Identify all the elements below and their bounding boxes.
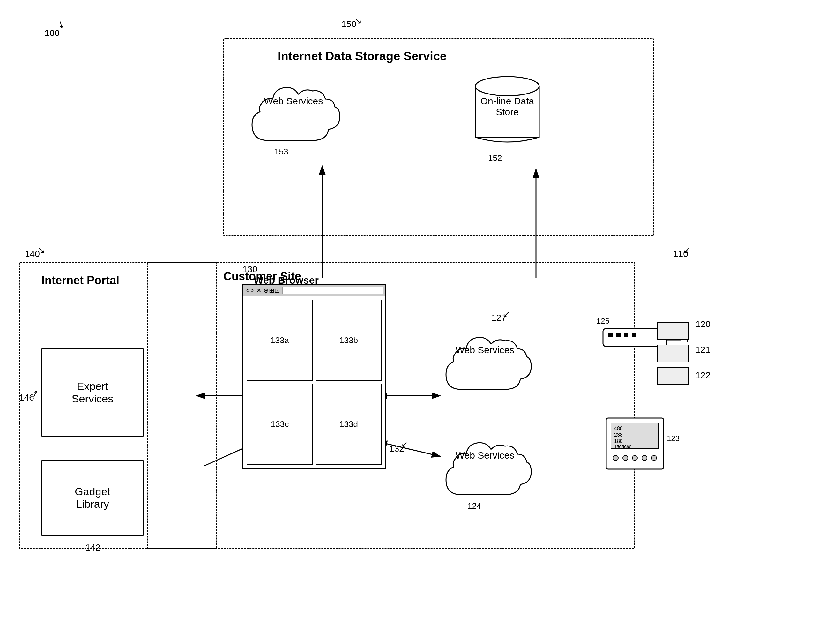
svg-point-29 xyxy=(632,456,638,460)
svg-point-31 xyxy=(651,456,657,460)
web-services-153-label: Web Services xyxy=(264,96,323,106)
gadget-library-label: GadgetLibrary xyxy=(75,485,110,510)
browser-content: 133a 133b 133c 133d xyxy=(243,296,385,468)
label-152: 152 xyxy=(488,153,502,163)
gadget-133c: 133c xyxy=(247,384,313,465)
label-153: 153 xyxy=(274,147,288,156)
web-browser-label: Web Browser xyxy=(254,274,319,286)
diagram: 100 ↘ 150 ↘ Internet Data Storage Servic… xyxy=(0,0,840,622)
svg-rect-14 xyxy=(616,334,621,337)
label-120: 120 xyxy=(695,319,711,329)
svg-text:480: 480 xyxy=(614,426,623,431)
label-122: 122 xyxy=(695,370,711,380)
label-130: 130 xyxy=(242,264,257,274)
web-services-127-cloud: Web Services xyxy=(437,322,533,407)
expert-services-label: ExpertServices xyxy=(72,380,113,405)
label-124: 124 xyxy=(467,501,481,511)
meter-123: 480 238 180 1505660 123 xyxy=(603,415,683,480)
svg-rect-16 xyxy=(632,334,636,337)
online-data-store: On-line Data Store 152 xyxy=(463,70,552,154)
internet-data-storage-title: Internet Data Storage Service xyxy=(278,49,447,63)
web-browser: < > ✕ ⊕⊞⊡ 133a 133b 133c 133d xyxy=(242,284,386,469)
svg-text:1505660: 1505660 xyxy=(614,444,632,449)
gadget-133a: 133a xyxy=(247,300,313,381)
customer-site-box xyxy=(147,262,635,549)
label-121: 121 xyxy=(695,345,711,355)
gadget-library-box: GadgetLibrary xyxy=(41,460,143,536)
browser-toolbar: < > ✕ ⊕⊞⊡ xyxy=(243,285,385,296)
web-services-124-label: Web Services xyxy=(456,450,514,460)
label-142: 142 xyxy=(85,543,100,553)
svg-rect-15 xyxy=(624,334,628,337)
gadget-133d: 133d xyxy=(315,384,382,465)
svg-text:238: 238 xyxy=(614,432,623,438)
svg-point-30 xyxy=(642,456,647,460)
device-122 xyxy=(657,367,689,384)
svg-point-28 xyxy=(623,456,628,460)
online-data-store-label: On-line Data Store xyxy=(481,96,534,117)
web-services-153-cloud: Web Services 153 xyxy=(242,70,345,161)
svg-point-27 xyxy=(613,456,618,460)
device-121 xyxy=(657,345,689,362)
svg-rect-13 xyxy=(608,334,613,337)
expert-services-box: ExpertServices xyxy=(41,348,143,437)
web-services-124-cloud: Web Services 124 xyxy=(437,428,533,512)
label-100: 100 xyxy=(45,28,60,38)
gadget-133b: 133b xyxy=(315,300,382,381)
svg-text:180: 180 xyxy=(614,439,623,444)
internet-portal-title: Internet Portal xyxy=(41,274,119,287)
svg-point-11 xyxy=(475,76,539,96)
device-120 xyxy=(657,322,689,340)
web-services-127-label: Web Services xyxy=(456,345,514,355)
